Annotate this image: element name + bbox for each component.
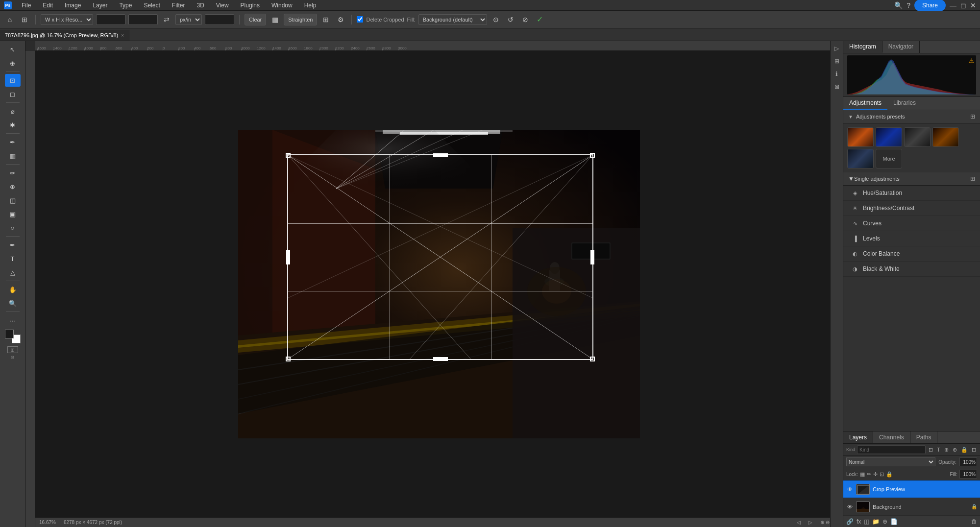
auto-center-icon[interactable]: ⊙: [490, 14, 502, 25]
navigator-tab[interactable]: Navigator: [882, 41, 920, 53]
gradient-tool[interactable]: ▣: [5, 208, 21, 220]
text-tool[interactable]: T: [5, 252, 21, 265]
eraser-tool[interactable]: ◫: [5, 194, 21, 207]
active-tab[interactable]: 787A8796.jpg @ 16.7% (Crop Preview, RGB/…: [0, 30, 129, 41]
paths-tab[interactable]: Paths: [910, 431, 938, 443]
menu-3d[interactable]: 3D: [195, 1, 206, 10]
menu-type[interactable]: Type: [117, 1, 134, 10]
lock-all-icon[interactable]: 🔒: [886, 471, 893, 478]
screen-mode-icon[interactable]: ⊡: [11, 355, 14, 359]
layer-new-icon[interactable]: T: [936, 446, 941, 454]
history-icon[interactable]: ▷: [832, 43, 842, 54]
adj-curves[interactable]: ∿ Curves: [843, 216, 980, 231]
straighten-button[interactable]: Straighten: [284, 14, 317, 25]
shape-tool[interactable]: △: [5, 266, 21, 279]
lock-position-icon[interactable]: ✛: [873, 471, 878, 478]
reset-icon[interactable]: ↺: [505, 14, 516, 25]
close-icon[interactable]: ✕: [970, 1, 976, 9]
new-group-icon[interactable]: 📁: [872, 518, 880, 525]
crop-tool[interactable]: ⊡: [5, 74, 21, 87]
quick-mask-icon[interactable]: ◫: [7, 346, 18, 353]
adj-black-white[interactable]: ◑ Black & White: [843, 262, 980, 277]
new-adj-layer-icon[interactable]: ⊕: [882, 518, 887, 525]
link-layers-icon[interactable]: 🔗: [846, 518, 854, 525]
menu-plugins[interactable]: Plugins: [239, 1, 262, 10]
width-input[interactable]: [96, 14, 125, 25]
lock-artboard-icon[interactable]: ⊡: [880, 471, 884, 478]
confirm-crop-button[interactable]: ✓: [534, 14, 546, 25]
brush-tool[interactable]: ✏: [5, 167, 21, 179]
home-button[interactable]: ⌂: [4, 14, 16, 25]
channels-tab[interactable]: Channels: [873, 431, 910, 443]
layer-filter-icon[interactable]: ⊡: [928, 446, 934, 454]
artboard-tool[interactable]: ⊕: [5, 57, 21, 70]
preset-2[interactable]: [876, 127, 902, 147]
ratio-icon[interactable]: ▦: [269, 14, 281, 25]
menu-view[interactable]: View: [214, 1, 231, 10]
layer-vis-crop[interactable]: 👁: [846, 486, 853, 493]
adj-levels[interactable]: ▐ Levels: [843, 231, 980, 246]
help-icon-menu[interactable]: ?: [906, 1, 910, 9]
blend-mode-select[interactable]: Normal: [846, 457, 935, 466]
adj-hue-saturation[interactable]: ◈ Hue/Saturation: [843, 186, 980, 201]
more-tools[interactable]: ···: [5, 314, 21, 327]
new-layer-icon[interactable]: 📄: [890, 518, 898, 525]
adjustment-panel-icon[interactable]: ⊠: [832, 81, 842, 92]
zoom-tool[interactable]: 🔍: [5, 297, 21, 310]
layer-adjust-icon[interactable]: ⊕: [943, 446, 950, 454]
menu-image[interactable]: Image: [63, 1, 83, 10]
preset-more-button[interactable]: More: [876, 149, 902, 168]
menu-file[interactable]: File: [20, 1, 33, 10]
swap-dimensions-icon[interactable]: ⇄: [161, 14, 172, 25]
height-input[interactable]: [128, 14, 158, 25]
search-icon-menu[interactable]: 🔍: [894, 1, 903, 9]
layer-item-crop-preview[interactable]: 👁 Crop Preview: [843, 480, 980, 498]
adj-presets-header[interactable]: ▼ Adjustments presets ⊞: [843, 110, 980, 123]
menu-window[interactable]: Window: [270, 1, 294, 10]
info-icon[interactable]: ℹ: [832, 69, 842, 79]
dodge-tool[interactable]: ○: [5, 221, 21, 234]
lasso-tool[interactable]: ⌀: [5, 105, 21, 118]
single-adj-header[interactable]: ▼ Single adjustments ⊞: [843, 172, 980, 186]
opacity-input[interactable]: [959, 457, 977, 466]
menu-filter[interactable]: Filter: [170, 1, 187, 10]
preset-1[interactable]: [847, 127, 874, 147]
minimize-icon[interactable]: —: [950, 1, 956, 9]
menu-edit[interactable]: Edit: [41, 1, 55, 10]
foreground-color-swatch[interactable]: [5, 330, 14, 338]
histogram-tab[interactable]: Histogram: [843, 41, 882, 53]
fill-input[interactable]: [959, 470, 977, 479]
eyedropper-tool[interactable]: ✒: [5, 136, 21, 148]
delete-cropped-checkbox[interactable]: [357, 16, 363, 23]
menu-layer[interactable]: Layer: [91, 1, 109, 10]
layer-group-icon[interactable]: ⊕: [952, 446, 958, 454]
unit-select[interactable]: px/in: [175, 14, 202, 25]
move-tool[interactable]: ↖: [5, 43, 21, 56]
lock-transparent-icon[interactable]: ▦: [860, 471, 865, 478]
layer-vis-bg[interactable]: 👁: [846, 503, 853, 510]
adj-color-balance[interactable]: ◐ Color Balance: [843, 246, 980, 262]
grid-icon[interactable]: ⊞: [320, 14, 332, 25]
fill-select[interactable]: Background (default): [418, 14, 487, 25]
layer-item-background[interactable]: 👁 Background 🔒: [843, 498, 980, 516]
preset-3[interactable]: [904, 127, 931, 147]
tab-adjustments[interactable]: Adjustments: [843, 97, 887, 110]
tab-close-button[interactable]: ×: [121, 33, 124, 38]
layer-lock-icon[interactable]: 🔒: [960, 446, 969, 454]
add-mask-icon[interactable]: ◫: [864, 518, 869, 525]
ruler-tool[interactable]: ▥: [5, 149, 21, 162]
mode-select[interactable]: W x H x Reso...: [41, 14, 93, 25]
menu-help[interactable]: Help: [302, 1, 318, 10]
lock-pixels-icon[interactable]: ✏: [867, 471, 871, 478]
layers-tab[interactable]: Layers: [843, 431, 873, 443]
pen-tool[interactable]: ✒: [5, 239, 21, 251]
stamp-tool[interactable]: ⊕: [5, 180, 21, 193]
preset-4[interactable]: [932, 127, 959, 147]
clear-button[interactable]: Clear: [245, 14, 266, 25]
layers-search-input[interactable]: [857, 445, 926, 454]
adj-brightness-contrast[interactable]: ☀ Brightness/Contrast: [843, 201, 980, 216]
share-button[interactable]: Share: [914, 0, 946, 11]
settings-icon[interactable]: ⚙: [335, 14, 346, 25]
delete-layer-icon[interactable]: 🗑: [971, 518, 977, 525]
restore-icon[interactable]: ◻: [960, 1, 966, 9]
